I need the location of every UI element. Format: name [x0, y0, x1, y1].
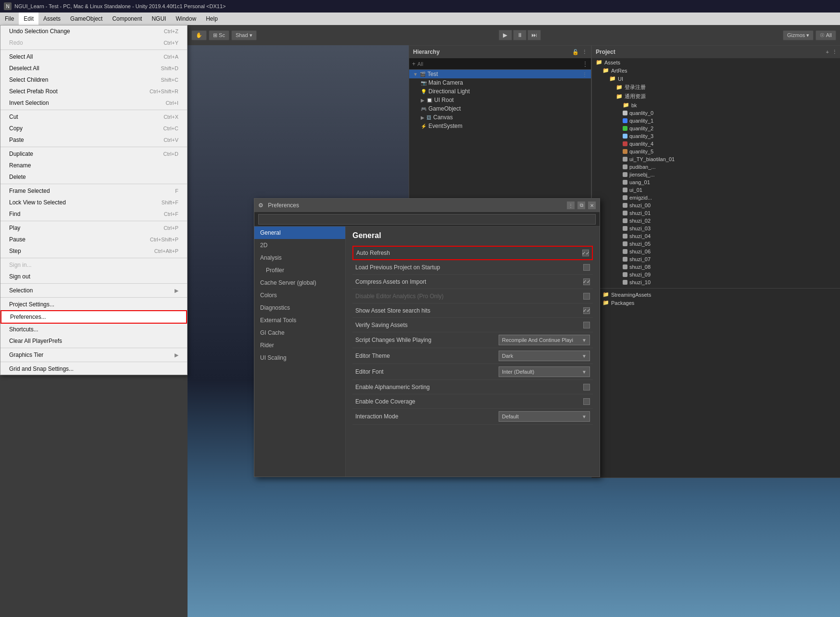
pref-sidebar-item-ui-scaling[interactable]: UI Scaling [254, 352, 345, 364]
dropdown-item-invert-selection[interactable]: Invert SelectionCtrl+I [0, 97, 187, 109]
hand-tool-btn[interactable]: ✋ [191, 30, 207, 40]
pref-checkbox[interactable]: ✓ [582, 250, 589, 256]
pref-sidebar-item-general[interactable]: General [254, 227, 345, 239]
dropdown-item-frame-selected[interactable]: Frame SelectedF [0, 185, 187, 197]
play-button[interactable]: ▶ [499, 30, 512, 40]
menubar-item-help[interactable]: Help [201, 13, 223, 25]
menubar-item-edit[interactable]: Edit [19, 13, 38, 25]
menubar-item-gameobject[interactable]: GameObject [65, 13, 107, 25]
pref-checkbox[interactable]: ✓ [583, 307, 590, 314]
project-item[interactable]: 📁bk [592, 101, 840, 109]
hierarchy-item[interactable]: 🎮GameObject [409, 104, 591, 113]
project-item[interactable]: quanlity_1 [592, 117, 840, 125]
dropdown-item-select-all[interactable]: Select AllCtrl+A [0, 51, 187, 63]
preferences-search-input[interactable] [258, 214, 596, 225]
lock-icon[interactable]: 🔓 [572, 49, 579, 55]
project-item[interactable]: shuzi_05 [592, 240, 840, 248]
dropdown-item-pause[interactable]: PauseCtrl+Shift+P [0, 234, 187, 245]
hierarchy-item[interactable]: ⚡EventSystem [409, 122, 591, 130]
plus-icon[interactable]: + [826, 49, 829, 55]
more-menu-icon[interactable]: ⋮ [582, 61, 588, 67]
pref-checkbox[interactable]: ✓ [583, 278, 590, 285]
dropdown-item-undo-selection-change[interactable]: Undo Selection ChangeCtrl+Z [0, 25, 187, 37]
pref-sidebar-item-analysis[interactable]: Analysis [254, 252, 345, 264]
pref-checkbox[interactable] [583, 264, 590, 271]
window-menu-btn[interactable]: ⋮ [567, 201, 575, 209]
project-item[interactable]: quanlity_2 [592, 125, 840, 132]
pref-checkbox[interactable] [583, 293, 590, 300]
project-item[interactable]: quanlity_4 [592, 140, 840, 148]
project-item[interactable]: shuzi_03 [592, 225, 840, 232]
project-item[interactable]: shuzi_06 [592, 248, 840, 255]
window-close-btn[interactable]: ✕ [588, 201, 596, 209]
pref-sidebar-item-cache-server--global-[interactable]: Cache Server (global) [254, 277, 345, 289]
dropdown-item-play[interactable]: PlayCtrl+P [0, 222, 187, 234]
menubar-item-ngui[interactable]: NGUI [147, 13, 171, 25]
project-item[interactable]: jiensebj_... [592, 171, 840, 178]
project-item[interactable]: quanlity_3 [592, 132, 840, 140]
dropdown-item-shortcuts---[interactable]: Shortcuts... [0, 324, 187, 335]
dropdown-item-selection[interactable]: Selection▶ [0, 285, 187, 296]
project-item[interactable]: shuzi_10 [592, 278, 840, 286]
project-item[interactable]: 📁UI [592, 75, 840, 83]
menubar-item-file[interactable]: File [0, 13, 19, 25]
project-item[interactable]: 📁ArtRes [592, 66, 840, 75]
dropdown-item-deselect-all[interactable]: Deselect AllShift+D [0, 63, 187, 74]
project-item[interactable]: ui_TY_biaotilan_01 [592, 155, 840, 163]
dropdown-item-duplicate[interactable]: DuplicateCtrl+D [0, 148, 187, 160]
hierarchy-search-input[interactable] [417, 61, 582, 67]
pref-sidebar-item-diagnostics[interactable]: Diagnostics [254, 302, 345, 314]
project-item[interactable]: quanlity_5 [592, 148, 840, 155]
project-more-icon[interactable]: ⋮ [832, 49, 837, 55]
project-item[interactable]: shuzi_01 [592, 209, 840, 217]
project-item[interactable]: shuzi_09 [592, 271, 840, 278]
project-item[interactable]: 📁通用资源 [592, 92, 840, 101]
dropdown-item-preferences---[interactable]: Preferences... [0, 310, 187, 324]
hierarchy-root[interactable]: ▼ 🎬 Test ⋮ [409, 70, 591, 78]
pref-dropdown[interactable]: Dark▼ [499, 351, 590, 361]
hierarchy-item[interactable]: 📷Main Camera [409, 78, 591, 87]
dropdown-item-lock-view-to-selected[interactable]: Lock View to SelectedShift+F [0, 197, 187, 208]
window-float-btn[interactable]: ⧉ [577, 201, 585, 209]
gizmos-btn[interactable]: Gizmos ▾ [783, 30, 814, 40]
hierarchy-item[interactable]: ▶🔲UI Root [409, 96, 591, 104]
menubar-item-window[interactable]: Window [171, 13, 201, 25]
dropdown-item-clear-all-playerprefs[interactable]: Clear All PlayerPrefs [0, 335, 187, 347]
dropdown-item-step[interactable]: StepCtrl+Alt+P [0, 245, 187, 257]
project-item[interactable]: pudiban_... [592, 163, 840, 171]
pref-checkbox[interactable] [583, 322, 590, 328]
more-icon[interactable]: ⋮ [582, 49, 587, 55]
dropdown-item-copy[interactable]: CopyCtrl+C [0, 123, 187, 134]
dropdown-item-select-children[interactable]: Select ChildrenShift+C [0, 74, 187, 86]
shading-btn[interactable]: Shad ▾ [231, 30, 257, 40]
pref-sidebar-item-colors[interactable]: Colors [254, 289, 345, 302]
project-item[interactable]: 📁登录注册 [592, 83, 840, 92]
project-item[interactable]: shuzi_00 [592, 201, 840, 209]
project-item[interactable]: shuzi_07 [592, 255, 840, 263]
dropdown-item-rename[interactable]: Rename [0, 160, 187, 171]
hierarchy-item[interactable]: 💡Directional Light [409, 87, 591, 96]
dropdown-item-sign-out[interactable]: Sign out [0, 271, 187, 282]
dropdown-item-find[interactable]: FindCtrl+F [0, 208, 187, 220]
pause-button[interactable]: ⏸ [513, 30, 527, 40]
project-bottom-item[interactable]: 📁StreamingAssets [592, 290, 840, 299]
project-item[interactable]: ui_01 [592, 186, 840, 194]
pref-dropdown[interactable]: Default▼ [499, 411, 590, 422]
menubar-item-component[interactable]: Component [107, 13, 147, 25]
dropdown-item-grid-and-snap-settings---[interactable]: Grid and Snap Settings... [0, 363, 187, 375]
project-item[interactable]: 📁Assets [592, 58, 840, 66]
dropdown-item-project-settings---[interactable]: Project Settings... [0, 299, 187, 310]
project-item[interactable]: shuzi_08 [592, 263, 840, 271]
pref-sidebar-item-gi-cache[interactable]: GI Cache [254, 327, 345, 339]
dropdown-item-delete[interactable]: Delete [0, 171, 187, 183]
pref-checkbox[interactable] [583, 398, 590, 405]
pref-sidebar-item-2d[interactable]: 2D [254, 239, 345, 252]
step-button[interactable]: ⏭ [527, 30, 541, 40]
project-bottom-item[interactable]: 📁Packages [592, 299, 840, 307]
project-item[interactable]: shuzi_04 [592, 232, 840, 240]
pref-checkbox[interactable] [583, 384, 590, 390]
pref-sidebar-item-profiler[interactable]: Profiler [254, 264, 345, 277]
pref-sidebar-item-rider[interactable]: Rider [254, 339, 345, 352]
scene-menu-icon[interactable]: ⋮ [582, 72, 587, 77]
dropdown-item-select-prefab-root[interactable]: Select Prefab RootCtrl+Shift+R [0, 86, 187, 97]
